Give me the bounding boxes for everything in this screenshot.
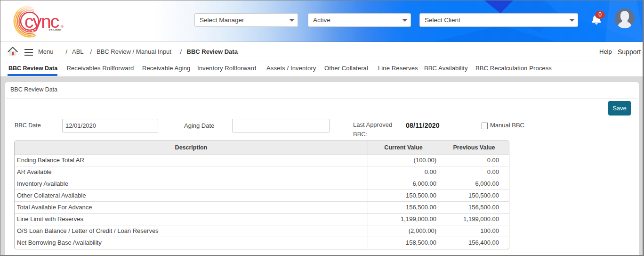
svg-text:It's Smart: It's Smart xyxy=(49,28,62,32)
